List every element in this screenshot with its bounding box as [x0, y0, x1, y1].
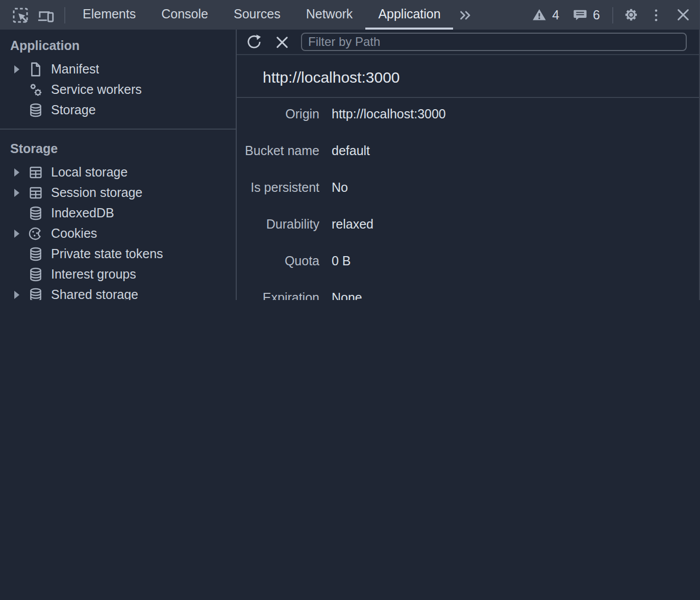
field-label: Durability: [237, 217, 319, 231]
section-title: Application: [0, 38, 236, 54]
field-label: Origin: [237, 107, 319, 121]
close-icon: [674, 6, 691, 23]
toolbar-divider: [64, 7, 65, 23]
sidebar-item-label: Cookies: [51, 227, 97, 241]
cookie-icon: [28, 226, 44, 242]
device-toolbar-button[interactable]: [36, 5, 56, 25]
table-icon: [28, 164, 44, 181]
devtools-tabbar: Elements Console Sources Network Applica…: [0, 0, 700, 30]
sidebar-item-label: Service workers: [51, 83, 142, 97]
kebab-icon: [648, 7, 664, 23]
device-toolbar-icon: [37, 6, 55, 24]
close-devtools-button[interactable]: [672, 5, 693, 25]
sidebar-item-label: Local storage: [51, 165, 128, 180]
delete-selected-button[interactable]: [272, 32, 292, 52]
disclosure-triangle[interactable]: [14, 168, 28, 177]
field-value: 0 B: [332, 254, 351, 268]
section-storage: Storage Local storage Session storage In…: [0, 129, 236, 300]
more-tabs-button[interactable]: [457, 5, 475, 25]
report-row-durability: Durability relaxed: [237, 206, 700, 242]
service-workers-icon: [28, 82, 44, 98]
field-value: default: [332, 143, 370, 158]
database-icon: [28, 205, 44, 221]
report-row-quota: Quota 0 B: [237, 242, 700, 279]
message-count: 6: [593, 8, 600, 22]
field-label: Is persistent: [237, 180, 319, 194]
report-row-origin: Origin http://localhost:3000: [237, 95, 700, 132]
tab-sources[interactable]: Sources: [221, 0, 293, 30]
sidebar-item-label: Private state tokens: [51, 247, 163, 261]
clear-icon: [273, 33, 291, 51]
menu-button[interactable]: [646, 5, 666, 25]
sidebar-item-label: Storage: [51, 103, 96, 117]
disclosure-triangle[interactable]: [14, 291, 28, 299]
sidebar-item-manifest[interactable]: Manifest: [0, 59, 236, 80]
sidebar-item-label: Interest groups: [51, 267, 136, 282]
disclosure-triangle[interactable]: [14, 65, 28, 73]
refresh-icon: [245, 34, 262, 50]
field-label: Expiration: [237, 290, 319, 300]
database-icon: [28, 246, 44, 262]
filter-input[interactable]: [301, 33, 686, 51]
warnings-badge[interactable]: 4: [532, 7, 559, 22]
field-value: relaxed: [332, 217, 373, 231]
settings-button[interactable]: [620, 5, 641, 25]
report-row-is-persistent: Is persistent No: [237, 169, 700, 206]
report-row-expiration: Expiration None: [237, 279, 700, 300]
sidebar-item-local-storage[interactable]: Local storage: [0, 162, 236, 183]
panel-toolbar: [237, 30, 700, 55]
database-icon: [28, 287, 44, 300]
cache-storage-panel: http://localhost:3000 Origin http://loca…: [237, 30, 700, 300]
database-icon: [28, 266, 44, 283]
chevrons-right-icon: [458, 7, 474, 23]
sidebar-item-label: Shared storage: [51, 288, 138, 300]
field-value: http://localhost:3000: [332, 107, 446, 121]
message-icon: [572, 7, 588, 22]
sidebar-item-service-workers[interactable]: Service workers: [0, 80, 236, 100]
sidebar-item-storage[interactable]: Storage: [0, 100, 236, 120]
field-label: Quota: [237, 254, 319, 268]
field-value: None: [332, 290, 362, 300]
database-icon: [28, 102, 44, 118]
origin-title: http://localhost:3000: [263, 66, 400, 89]
messages-badge[interactable]: 6: [572, 7, 600, 22]
sidebar-item-session-storage[interactable]: Session storage: [0, 183, 236, 203]
disclosure-triangle[interactable]: [14, 189, 28, 197]
warning-count: 4: [552, 8, 559, 22]
devtools-window: Elements Console Sources Network Applica…: [0, 0, 700, 300]
sidebar-item-indexeddb[interactable]: IndexedDB: [0, 203, 236, 223]
sidebar-item-private-state-tokens[interactable]: Private state tokens: [0, 244, 236, 264]
sidebar-item-label: Session storage: [51, 186, 142, 200]
inspect-element-button[interactable]: [10, 5, 31, 25]
field-label: Bucket name: [237, 143, 319, 158]
field-value: No: [332, 180, 348, 194]
tab-elements[interactable]: Elements: [70, 0, 148, 30]
sidebar-item-label: IndexedDB: [51, 206, 114, 220]
tab-network[interactable]: Network: [293, 0, 366, 30]
file-icon: [28, 61, 44, 78]
report-fields: Origin http://localhost:3000 Bucket name…: [237, 95, 700, 300]
sidebar-item-shared-storage[interactable]: Shared storage: [0, 285, 236, 300]
refresh-button[interactable]: [243, 32, 264, 52]
tab-console[interactable]: Console: [148, 0, 221, 30]
toolbar-divider: [612, 7, 613, 23]
tab-application[interactable]: Application: [365, 0, 453, 30]
warning-icon: [532, 7, 547, 22]
report-row-bucket-name: Bucket name default: [237, 132, 700, 169]
sidebar-item-label: Manifest: [51, 62, 99, 77]
gear-icon: [621, 5, 640, 24]
inspect-icon: [11, 6, 30, 24]
sidebar-item-cookies[interactable]: Cookies: [0, 223, 236, 244]
sidebar-item-interest-groups[interactable]: Interest groups: [0, 264, 236, 285]
application-sidebar: Application Manifest Service workers Sto…: [0, 30, 237, 300]
table-icon: [28, 185, 44, 201]
section-application: Application Manifest Service workers Sto…: [0, 30, 236, 129]
disclosure-triangle[interactable]: [14, 230, 28, 238]
section-title: Storage: [0, 141, 236, 157]
